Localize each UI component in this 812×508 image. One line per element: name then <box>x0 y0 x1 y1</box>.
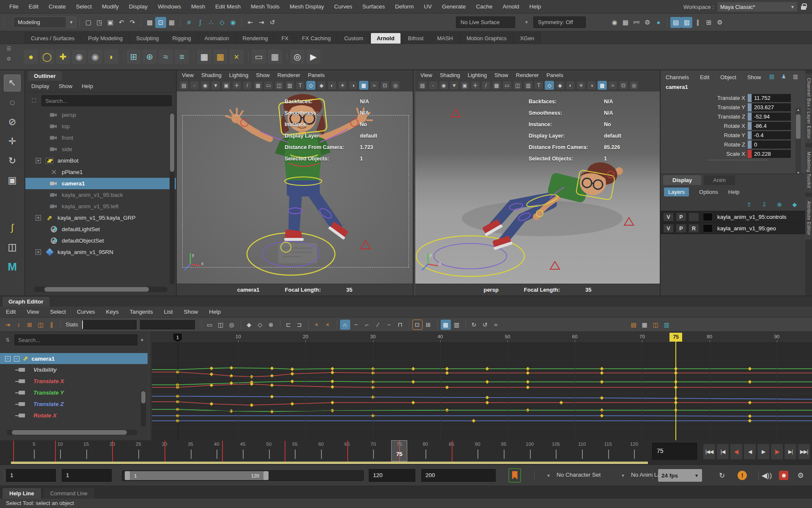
outliner-tab[interactable]: Outliner <box>28 71 62 81</box>
step-back-frame-button[interactable]: |◀ <box>716 444 729 460</box>
insert-key-button[interactable]: ◆ <box>244 320 254 330</box>
poly-stack-icon[interactable]: ≡ <box>175 50 189 64</box>
range-end-handle[interactable] <box>263 471 269 480</box>
animation-start-field[interactable]: 1 <box>6 469 56 482</box>
camera-sequencer-button[interactable]: ▥ <box>661 320 672 330</box>
expand-icon[interactable]: + <box>36 215 41 221</box>
outliner-item-kayla-anim-v1-95-kayla-grp[interactable]: +⇗kayla_anim_v1_95:kayla_GRP <box>25 212 176 224</box>
layer-visibility-toggle[interactable]: V <box>663 213 674 221</box>
shaded-icon[interactable]: ◆ <box>555 81 565 90</box>
playback-loop-icon[interactable]: ↻ <box>716 469 728 482</box>
isolate-select-icon[interactable]: ◎ <box>629 81 639 90</box>
menu-edit-mesh[interactable]: Edit Mesh <box>210 3 246 10</box>
snap-to-grid-icon[interactable]: # <box>184 17 195 28</box>
character-set-dropdown[interactable]: No Character Set <box>557 472 601 478</box>
keyframe[interactable] <box>411 367 415 371</box>
layer-color-swatch[interactable] <box>703 224 713 232</box>
stacked-view-button[interactable]: ▥ <box>452 320 462 330</box>
help-tab-help-line[interactable]: Help Line <box>3 488 41 499</box>
channel-value-field[interactable]: -52.94 <box>752 113 791 121</box>
motion-blur-icon[interactable]: ≈ <box>608 81 617 90</box>
graph-object-row[interactable]: − − ⇗ camera1 <box>0 353 148 364</box>
pin-icon[interactable] <box>19 402 25 406</box>
menu-deform[interactable]: Deform <box>390 3 419 10</box>
expand-collapse-icon[interactable]: ⛶ <box>30 97 38 105</box>
keyframe[interactable] <box>291 372 294 376</box>
menu-curves[interactable]: Curves <box>329 3 357 10</box>
time-snap-button[interactable]: ⊡ <box>412 320 422 330</box>
menu-edit[interactable]: Edit <box>24 3 44 10</box>
shelf-tab-xgen[interactable]: XGen <box>514 33 540 44</box>
chevron-down-icon[interactable]: ▼ <box>621 473 625 478</box>
nurbs-globe-icon[interactable]: ◉ <box>72 50 86 64</box>
outliner-item-defaultobjectset[interactable]: defaultObjectSet <box>25 235 176 246</box>
channel-box-menu-show[interactable]: Show <box>747 74 761 80</box>
curve-editor-tool[interactable]: ∫ <box>4 219 21 236</box>
menu-arnold[interactable]: Arnold <box>497 3 524 10</box>
graph-menu-tangents[interactable]: Tangents <box>130 309 153 315</box>
play-icon[interactable]: ▶ <box>306 50 321 64</box>
isolate-view-icon[interactable]: ◎ <box>290 50 304 64</box>
keyframe[interactable] <box>600 396 604 400</box>
viewport-menu-view[interactable]: View <box>420 72 432 78</box>
divider[interactable] <box>707 160 767 160</box>
range-slider[interactable]: 1 120 <box>125 471 269 480</box>
keyframe[interactable] <box>270 410 274 414</box>
snap-to-point-icon[interactable]: ∴ <box>206 17 217 28</box>
shelf-tab-custom[interactable]: Custom <box>338 33 370 44</box>
channel-row-rotate-y[interactable]: Rotate Y-0.4 <box>661 131 805 140</box>
keyframe[interactable] <box>210 367 214 370</box>
resolution-gate-icon[interactable]: ◫ <box>513 81 522 90</box>
grid-icon[interactable]: ▦ <box>253 81 263 90</box>
film-gate-icon[interactable]: ▭ <box>264 81 273 90</box>
pan-zoom-icon[interactable]: ✛ <box>232 81 241 90</box>
camera-attributes-icon[interactable]: ◉ <box>439 81 448 90</box>
trax-editor-button[interactable]: ◫ <box>650 320 661 330</box>
channel-row-translate-x[interactable]: Translate X11.752 <box>661 94 805 102</box>
keyframe[interactable] <box>526 367 530 371</box>
channel-value-field[interactable]: -0.4 <box>752 131 791 139</box>
outliner-item-animbot[interactable]: +animBot <box>25 155 176 166</box>
shelf-tab-fx[interactable]: FX <box>275 33 295 44</box>
keyframe[interactable] <box>486 396 489 400</box>
sequence-render-icon[interactable]: ▦ <box>268 50 282 64</box>
frame-all-button[interactable]: ▭ <box>205 320 215 330</box>
channel-row-translate-y[interactable]: Translate Y203.627 <box>661 103 805 112</box>
keyframe[interactable] <box>600 367 604 371</box>
outliner-item-camera1[interactable]: camera1 <box>25 178 176 189</box>
shaded-icon[interactable]: ◆ <box>317 81 326 90</box>
outliner-item-front[interactable]: front <box>25 132 176 144</box>
graph-channel-visibility[interactable]: Visibility <box>0 364 148 375</box>
paint-select-tool[interactable]: ⊘ <box>4 113 21 130</box>
step-forward-key-button[interactable]: |▶ <box>771 444 783 460</box>
keyframe[interactable] <box>445 409 449 412</box>
textured-icon[interactable]: ◐ <box>566 81 575 90</box>
gate-mask-icon[interactable]: ▥ <box>524 81 533 90</box>
linear-tangent-button[interactable]: ∕ <box>373 320 383 330</box>
clamped-tangent-button[interactable]: ⌐ <box>362 320 372 330</box>
viewport-persp[interactable]: ViewShadingLightingShowRendererPanels ▤◦… <box>415 70 661 295</box>
shelf-gear-icon[interactable]: ⚙ <box>4 55 14 63</box>
outliner-item-side[interactable]: side <box>25 144 176 155</box>
graph-tree-vscrollbar[interactable] <box>141 390 146 427</box>
menu-file[interactable]: File <box>4 3 24 10</box>
grid-icon[interactable]: ▦ <box>492 81 501 90</box>
region-select-keys-tool[interactable]: ◫ <box>36 320 46 330</box>
current-frame-line[interactable] <box>675 333 676 440</box>
keyframe[interactable] <box>411 401 415 405</box>
center-current-time-button[interactable]: ◎ <box>227 320 237 330</box>
select-camera-icon[interactable]: ▤ <box>179 81 189 90</box>
pan-zoom-icon[interactable]: ✛ <box>471 81 480 90</box>
graph-time-ruler[interactable]: 11020304050607080901 <box>152 332 812 343</box>
graph-channel-rotate-y[interactable]: Rotate Y <box>0 421 148 424</box>
uv-checker-gold-icon[interactable]: ▦ <box>213 50 228 64</box>
channel-speed-icon[interactable]: ▥ <box>792 73 799 80</box>
symmetry-field[interactable]: Symmetry: Off <box>533 17 586 28</box>
time-editor-button[interactable]: ▦ <box>639 320 650 330</box>
keyframe[interactable] <box>411 380 415 384</box>
bookmark-icon[interactable]: ▼ <box>450 81 459 90</box>
textured-icon[interactable]: ◐ <box>327 81 337 90</box>
keyframe[interactable] <box>600 371 604 375</box>
delete-history-icon[interactable]: × <box>229 50 244 64</box>
graph-menu-view[interactable]: View <box>27 309 39 315</box>
